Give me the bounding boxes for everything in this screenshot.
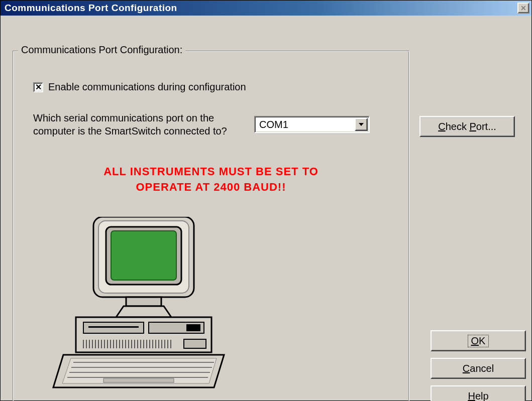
help-button[interactable]: Help (431, 385, 526, 401)
svg-marker-0 (359, 123, 364, 126)
svg-rect-46 (103, 378, 174, 382)
port-question-row: Which serial communications port on the … (33, 111, 389, 138)
port-question-text: Which serial communications port on the … (33, 111, 244, 138)
config-groupbox: Communications Port Configuration: ✕ Ena… (13, 51, 409, 401)
svg-rect-10 (186, 324, 200, 331)
ok-button[interactable]: OK (431, 330, 526, 351)
cancel-button[interactable]: Cancel (431, 358, 526, 379)
dialog-window: Communications Port Configuration ✕ Comm… (0, 0, 532, 401)
dropdown-button[interactable] (355, 118, 368, 131)
enable-comm-row: ✕ Enable communications during configura… (33, 81, 246, 93)
baud-warning: ALL INSTRUMENTS MUST BE SET TO OPERATE A… (13, 164, 409, 195)
checkmark-icon: ✕ (35, 83, 42, 91)
com-port-value: COM1 (259, 119, 288, 130)
titlebar: Communications Port Configuration ✕ (1, 1, 531, 16)
svg-rect-5 (126, 297, 161, 306)
enable-comm-checkbox[interactable]: ✕ (33, 82, 43, 92)
client-area: Communications Port Configuration: ✕ Ena… (1, 16, 531, 400)
chevron-down-icon (359, 123, 364, 126)
check-port-button[interactable]: Check Port... (419, 116, 515, 137)
svg-rect-41 (184, 339, 206, 348)
com-port-select[interactable]: COM1 (254, 116, 370, 133)
groupbox-legend: Communications Port Configuration: (18, 44, 185, 56)
enable-comm-label: Enable communications during configurati… (48, 81, 246, 93)
window-title: Communications Port Configuration (5, 3, 177, 14)
close-button[interactable]: ✕ (517, 3, 529, 14)
computer-icon (48, 217, 229, 392)
svg-rect-8 (88, 326, 139, 328)
close-icon: ✕ (520, 4, 526, 12)
svg-rect-4 (111, 231, 176, 280)
